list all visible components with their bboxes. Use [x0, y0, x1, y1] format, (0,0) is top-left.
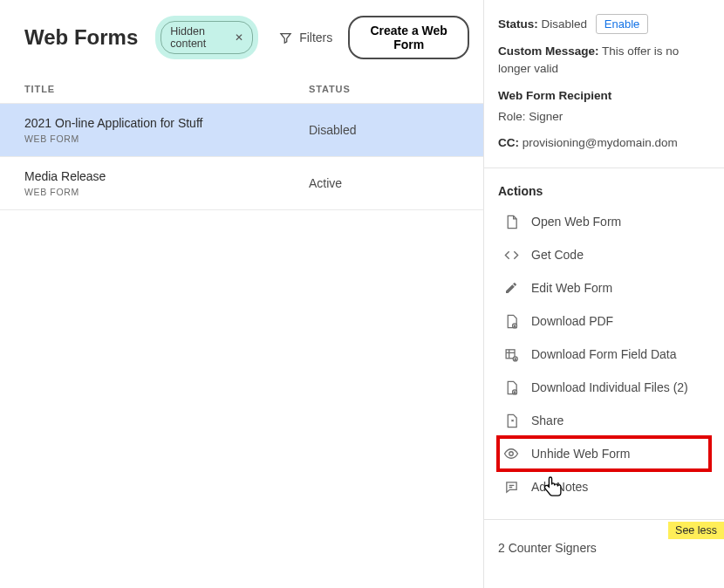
create-web-form-button[interactable]: Create a Web Form [348, 16, 469, 59]
list-header: TITLE STATUS [0, 75, 483, 104]
column-header-status: STATUS [309, 84, 466, 94]
action-unhide-web-form[interactable]: Unhide Web Form [498, 437, 710, 470]
action-label: Open Web Form [531, 215, 621, 229]
see-less-toggle[interactable]: See less [668, 522, 724, 539]
svg-point-4 [509, 452, 514, 456]
row-status: Disabled [309, 123, 466, 137]
row-title-cell: 2021 On-line Application for Stuff WEB F… [24, 116, 309, 144]
cc-label: CC: [498, 136, 519, 149]
status-value: Disabled [542, 17, 588, 31]
row-name: Media Release [24, 169, 309, 183]
action-edit-web-form[interactable]: Edit Web Form [498, 271, 710, 304]
filters-button[interactable]: Filters [272, 25, 339, 50]
action-label: Share [531, 414, 563, 427]
row-title-cell: Media Release WEB FORM [24, 169, 309, 197]
actions-list: Open Web Form Get Code Edit Web Form Dow… [498, 205, 710, 503]
code-icon [503, 247, 519, 263]
action-download-pdf[interactable]: Download PDF [498, 304, 710, 338]
pencil-icon [503, 280, 519, 296]
enable-button[interactable]: Enable [596, 14, 648, 34]
action-label: Get Code [531, 248, 584, 262]
note-icon [503, 479, 519, 495]
action-share[interactable]: Share [498, 404, 710, 437]
actions-heading: Actions [498, 184, 710, 198]
share-icon [503, 413, 519, 428]
eye-icon [503, 446, 519, 462]
action-label: Download Form Field Data [531, 347, 677, 361]
table-row[interactable]: 2021 On-line Application for Stuff WEB F… [0, 104, 483, 157]
action-add-notes[interactable]: Add Notes [498, 470, 710, 503]
row-type: WEB FORM [24, 187, 309, 197]
filter-chip-label: Hidden content [170, 25, 229, 50]
topbar: Web Forms Hidden content ✕ Filters Creat… [0, 16, 483, 75]
divider [484, 519, 724, 520]
custom-message-row: Custom Message: This offer is no longer … [498, 43, 710, 79]
action-get-code[interactable]: Get Code [498, 238, 710, 271]
filter-chip-hidden-content[interactable]: Hidden content ✕ [161, 21, 253, 54]
row-name: 2021 On-line Application for Stuff [24, 116, 309, 130]
cc-row: CC: provisioning@mydomain.dom [498, 134, 710, 152]
custom-message-label: Custom Message: [498, 44, 599, 58]
cc-value: provisioning@mydomain.dom [523, 136, 678, 149]
details-panel: Status: Disabled Enable Custom Message: … [484, 0, 724, 588]
role-row: Role: Signer [498, 108, 710, 126]
download-pdf-icon [503, 313, 519, 329]
action-download-individual-files[interactable]: Download Individual Files (2) [498, 371, 710, 404]
action-label: Unhide Web Form [531, 447, 630, 461]
row-status: Active [309, 176, 466, 190]
filters-label: Filters [299, 31, 332, 44]
close-icon[interactable]: ✕ [235, 31, 243, 44]
table-row[interactable]: Media Release WEB FORM Active [0, 157, 483, 210]
row-type: WEB FORM [24, 133, 309, 144]
action-label: Download PDF [531, 314, 613, 328]
action-label: Download Individual Files (2) [531, 380, 688, 394]
app-root: Web Forms Hidden content ✕ Filters Creat… [0, 0, 724, 588]
recipient-heading: Web Form Recipient [498, 87, 710, 105]
left-panel: Web Forms Hidden content ✕ Filters Creat… [0, 0, 484, 588]
funnel-icon [279, 31, 292, 44]
role-value: Signer [529, 110, 563, 123]
status-row: Status: Disabled Enable [498, 14, 710, 34]
action-open-web-form[interactable]: Open Web Form [498, 205, 710, 238]
divider [484, 168, 724, 168]
action-label: Add Notes [531, 480, 588, 494]
download-data-icon [503, 346, 519, 362]
action-download-form-field-data[interactable]: Download Form Field Data [498, 338, 710, 371]
download-files-icon [503, 379, 519, 395]
document-icon [503, 214, 519, 229]
page-title: Web Forms [24, 25, 138, 50]
action-label: Edit Web Form [531, 281, 612, 295]
status-label: Status: [498, 17, 538, 31]
role-label: Role: [498, 110, 526, 123]
column-header-title: TITLE [24, 84, 309, 94]
